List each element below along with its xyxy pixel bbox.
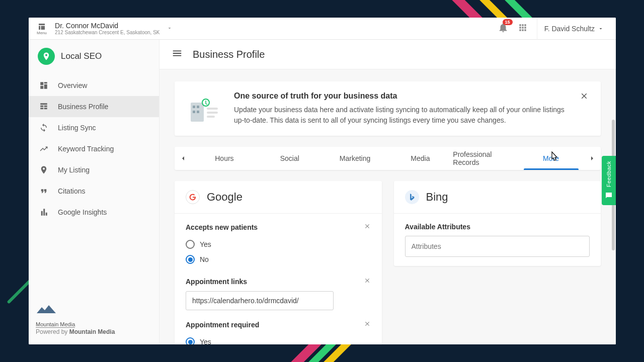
banner-illustration [187, 94, 223, 124]
powered-by: Powered by Mountain Media [36, 328, 152, 335]
sidebar-item-business-profile[interactable]: Business Profile [29, 96, 159, 117]
sidebar-item-overview[interactable]: Overview [29, 75, 159, 96]
remove-attribute-button[interactable] [364, 277, 371, 286]
map-pin-icon [42, 52, 51, 61]
bar-chart-icon [39, 207, 49, 217]
sidebar-item-label: Business Profile [58, 103, 108, 111]
radio-icon [186, 240, 195, 249]
main-panel: Business Profile One source of truth for… [159, 40, 616, 344]
sidebar-item-label: Listing Sync [58, 124, 96, 132]
svg-rect-6 [207, 108, 218, 110]
provider-cards: Google Accepts new patients Yes [175, 181, 601, 344]
tabs-next-button[interactable] [584, 154, 601, 162]
tabs-bar: Hours Social Marketing Media Professiona… [175, 147, 601, 170]
attribute-label: Accepts new patients [186, 223, 258, 231]
notification-count-badge: 15 [503, 19, 513, 25]
brand-logo [36, 304, 152, 314]
radio-yes[interactable]: Yes [186, 334, 371, 344]
sidebar-title: Local SEO [61, 51, 102, 61]
chevron-down-icon [598, 26, 604, 32]
trending-up-icon [39, 144, 49, 154]
sidebar: Local SEO Overview Business Profile List… [29, 40, 159, 344]
sidebar-item-google-insights[interactable]: Google Insights [29, 202, 159, 223]
apps-icon [518, 23, 528, 33]
tab-marketing[interactable]: Marketing [323, 147, 388, 170]
sidebar-item-label: My Listing [58, 166, 90, 174]
user-name: F. David Schultz [544, 25, 595, 33]
quote-icon [39, 186, 49, 196]
tab-media[interactable]: Media [387, 147, 453, 170]
sidebar-header: Local SEO [29, 40, 159, 73]
tab-more[interactable]: More [518, 147, 584, 170]
menu-label: Menu [37, 31, 47, 35]
sidebar-item-citations[interactable]: Citations [29, 180, 159, 202]
svg-rect-4 [197, 111, 199, 113]
chevron-right-icon [588, 154, 596, 162]
google-card-title: Google [207, 191, 243, 204]
chat-icon [604, 191, 613, 200]
close-icon [364, 277, 371, 284]
radio-yes[interactable]: Yes [186, 237, 371, 252]
sidebar-item-keyword-tracking[interactable]: Keyword Tracking [29, 138, 159, 159]
appointment-links-block: Appointment links [186, 277, 371, 310]
sidebar-item-label: Overview [58, 81, 87, 89]
page-title: Business Profile [193, 49, 265, 60]
chevron-down-icon [167, 24, 173, 33]
top-header: Menu Dr. Connor McDavid 212 Saskatchewan… [29, 18, 616, 40]
radio-icon [186, 255, 195, 264]
tab-professional-records[interactable]: Professional Records [453, 147, 518, 170]
appointment-link-input[interactable] [186, 291, 334, 310]
remove-attribute-button[interactable] [364, 223, 371, 232]
chevron-left-icon [179, 154, 187, 162]
banner-close-button[interactable] [580, 92, 589, 103]
banner-description: Update your business data here and activ… [234, 105, 569, 126]
available-attributes-label: Available Attributes [405, 223, 590, 231]
svg-rect-1 [193, 106, 195, 108]
main-menu-button[interactable]: Menu [34, 20, 50, 37]
tabs-prev-button[interactable] [175, 154, 192, 162]
attributes-input[interactable] [405, 236, 590, 257]
sidebar-item-label: Keyword Tracking [58, 145, 114, 153]
mountain-icon [36, 304, 57, 314]
app-logo-badge [38, 48, 55, 65]
svg-rect-7 [207, 112, 218, 114]
close-icon [364, 320, 371, 327]
account-selector[interactable]: Dr. Connor McDavid 212 Saskatchewan Cres… [55, 22, 498, 35]
hamburger-icon [172, 48, 183, 59]
bing-card: Bing Available Attributes [394, 181, 601, 266]
storefront-icon [37, 22, 46, 31]
sidebar-nav: Overview Business Profile Listing Sync K… [29, 73, 159, 223]
bing-card-title: Bing [426, 191, 448, 204]
account-name: Dr. Connor McDavid [55, 22, 159, 30]
account-address: 212 Saskatchewan Crescent E, Saskatoon, … [55, 30, 159, 35]
tab-hours[interactable]: Hours [192, 147, 257, 170]
brand-name: Mountain Media [36, 321, 75, 328]
sidebar-item-listing-sync[interactable]: Listing Sync [29, 117, 159, 138]
accepts-new-patients-block: Accepts new patients Yes No [186, 223, 371, 267]
google-card: Google Accepts new patients Yes [175, 181, 382, 344]
apps-grid-button[interactable] [518, 23, 528, 35]
attribute-label: Appointment links [186, 278, 247, 286]
tab-social[interactable]: Social [257, 147, 323, 170]
app-window: Menu Dr. Connor McDavid 212 Saskatchewan… [29, 18, 616, 344]
info-banner: One source of truth for your business da… [175, 81, 601, 136]
sync-icon [39, 123, 49, 133]
user-menu[interactable]: F. David Schultz [537, 18, 611, 40]
main-scroll-area[interactable]: One source of truth for your business da… [159, 69, 616, 344]
radio-icon [186, 337, 195, 344]
appointment-required-block: Appointment required Yes [186, 320, 371, 344]
sidebar-item-my-listing[interactable]: My Listing [29, 159, 159, 180]
close-icon [580, 92, 589, 101]
feedback-tab[interactable]: Feedback [602, 156, 616, 205]
content-menu-button[interactable] [172, 48, 183, 61]
svg-rect-3 [193, 111, 195, 113]
svg-rect-2 [197, 106, 199, 108]
remove-attribute-button[interactable] [364, 320, 371, 329]
radio-no[interactable]: No [186, 252, 371, 267]
bing-icon [405, 190, 419, 204]
svg-rect-8 [207, 116, 215, 118]
feedback-label: Feedback [606, 161, 612, 187]
notifications-button[interactable]: 15 [498, 22, 509, 35]
map-pin-icon [39, 165, 49, 175]
sidebar-footer: Mountain Media Powered by Mountain Media [29, 298, 159, 344]
